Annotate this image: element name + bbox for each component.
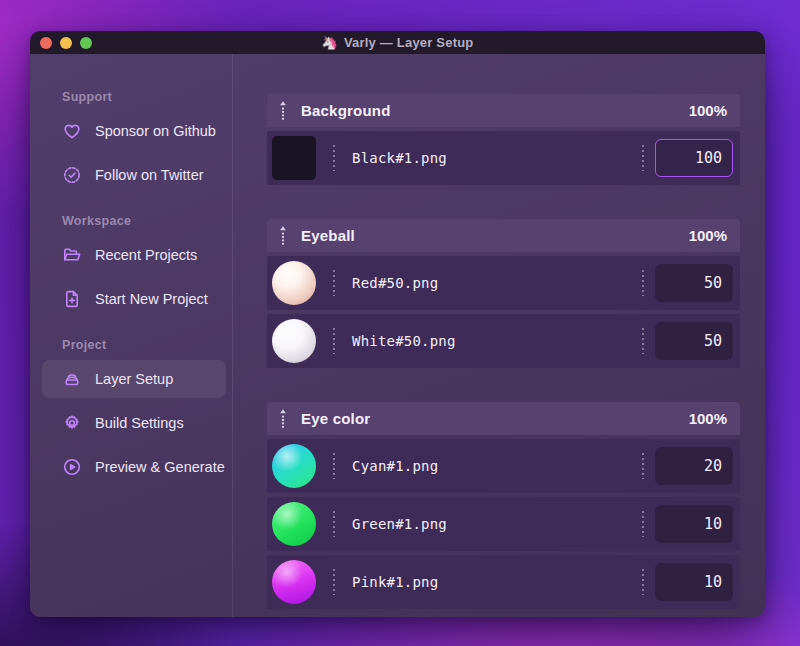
layer-row[interactable]: Black#1.png: [267, 131, 740, 185]
cyan-sphere-thumbnail: [272, 444, 316, 488]
divider-dots: [642, 328, 644, 354]
folder-icon: [62, 245, 82, 265]
layer-setup-panel: Background 100% Black#1.png Eyeball 100%…: [233, 54, 765, 617]
divider-dots: [642, 270, 644, 296]
zoom-button[interactable]: [80, 37, 92, 49]
divider-dots: [333, 328, 335, 354]
layer-weight-input[interactable]: [655, 139, 733, 177]
white-sphere-thumbnail: [272, 319, 316, 363]
divider-dots: [642, 145, 644, 171]
layer-group-title: Eye color: [301, 410, 370, 427]
sidebar-item-label: Start New Project: [95, 291, 208, 307]
sidebar-item-sponsor-on-github[interactable]: Sponsor on Github: [42, 112, 226, 150]
divider-dots: [333, 453, 335, 479]
layer-group-eye-color: Eye color 100% Cyan#1.png Green#1.png Pi…: [267, 402, 740, 609]
divider-dots: [333, 145, 335, 171]
verified-icon: [62, 165, 82, 185]
layer-group-header[interactable]: Eye color 100%: [267, 402, 740, 435]
layer-group-opacity: 100%: [689, 227, 727, 244]
layer-filename: Cyan#1.png: [352, 458, 438, 474]
layer-row[interactable]: Green#1.png: [267, 497, 740, 551]
layer-weight-input[interactable]: [655, 563, 733, 601]
layer-group-background: Background 100% Black#1.png: [267, 94, 740, 185]
unicorn-app-icon: 🦄: [322, 36, 338, 49]
layer-row[interactable]: White#50.png: [267, 314, 740, 368]
sidebar-section-label: Project: [62, 338, 232, 352]
sidebar-item-build-settings[interactable]: Build Settings: [42, 404, 226, 442]
minimize-button[interactable]: [60, 37, 72, 49]
divider-dots: [642, 569, 644, 595]
file-plus-icon: [62, 289, 82, 309]
divider-dots: [642, 453, 644, 479]
layer-group-header[interactable]: Eyeball 100%: [267, 219, 740, 252]
layer-group-header[interactable]: Background 100%: [267, 94, 740, 127]
layer-filename: Red#50.png: [352, 275, 438, 291]
divider-dots: [333, 569, 335, 595]
sidebar-item-start-new-project[interactable]: Start New Project: [42, 280, 226, 318]
sidebar-section-label: Support: [62, 90, 232, 104]
title-bar[interactable]: 🦄 Varly — Layer Setup: [30, 31, 765, 54]
sidebar-item-follow-on-twitter[interactable]: Follow on Twitter: [42, 156, 226, 194]
sidebar-item-label: Follow on Twitter: [95, 167, 204, 183]
close-button[interactable]: [40, 37, 52, 49]
sidebar-section-label: Workspace: [62, 214, 232, 228]
drag-handle-icon[interactable]: [278, 100, 288, 122]
layer-group-title: Eyeball: [301, 227, 355, 244]
layer-filename: White#50.png: [352, 333, 456, 349]
sidebar: Support Sponsor on Github Follow on Twit…: [30, 54, 233, 617]
layer-group-opacity: 100%: [689, 102, 727, 119]
window-body: Support Sponsor on Github Follow on Twit…: [30, 54, 765, 617]
divider-dots: [642, 511, 644, 537]
window-controls: [40, 31, 92, 54]
layer-weight-input[interactable]: [655, 322, 733, 360]
window-title: 🦄 Varly — Layer Setup: [322, 35, 474, 50]
sidebar-section: Workspace Recent Projects Start New Proj…: [62, 214, 232, 318]
layer-group-opacity: 100%: [689, 410, 727, 427]
layer-row[interactable]: Cyan#1.png: [267, 439, 740, 493]
layer-row[interactable]: Red#50.png: [267, 256, 740, 310]
heart-icon: [62, 121, 82, 141]
layer-weight-input[interactable]: [655, 264, 733, 302]
black-square-thumbnail: [272, 136, 316, 180]
layer-filename: Black#1.png: [352, 150, 447, 166]
divider-dots: [333, 511, 335, 537]
sidebar-item-label: Preview & Generate: [95, 459, 225, 475]
layer-rows: Cyan#1.png Green#1.png Pink#1.png: [267, 439, 740, 609]
red-sphere-thumbnail: [272, 261, 316, 305]
drag-handle-icon[interactable]: [278, 225, 288, 247]
sidebar-section: Support Sponsor on Github Follow on Twit…: [62, 90, 232, 194]
sidebar-item-label: Build Settings: [95, 415, 184, 431]
gear-icon: [62, 413, 82, 433]
layer-rows: Red#50.png White#50.png: [267, 256, 740, 368]
sidebar-item-preview-generate[interactable]: Preview & Generate: [42, 448, 226, 486]
layer-row[interactable]: Pink#1.png: [267, 555, 740, 609]
play-circle-icon: [62, 457, 82, 477]
layer-filename: Green#1.png: [352, 516, 447, 532]
divider-dots: [333, 270, 335, 296]
layer-group-title: Background: [301, 102, 391, 119]
layers-icon: [62, 369, 82, 389]
sidebar-item-label: Sponsor on Github: [95, 123, 216, 139]
pink-sphere-thumbnail: [272, 560, 316, 604]
layer-group-eyeball: Eyeball 100% Red#50.png White#50.png: [267, 219, 740, 368]
layer-rows: Black#1.png: [267, 131, 740, 185]
window-title-text: Varly — Layer Setup: [344, 35, 474, 50]
green-sphere-thumbnail: [272, 502, 316, 546]
sidebar-section: Project Layer Setup Build Settings Previ…: [62, 338, 232, 486]
sidebar-item-label: Recent Projects: [95, 247, 197, 263]
layer-filename: Pink#1.png: [352, 574, 438, 590]
drag-handle-icon[interactable]: [278, 408, 288, 430]
layer-weight-input[interactable]: [655, 505, 733, 543]
sidebar-item-recent-projects[interactable]: Recent Projects: [42, 236, 226, 274]
sidebar-item-label: Layer Setup: [95, 371, 173, 387]
layer-weight-input[interactable]: [655, 447, 733, 485]
sidebar-item-layer-setup[interactable]: Layer Setup: [42, 360, 226, 398]
app-window: 🦄 Varly — Layer Setup Support Sponsor on…: [30, 31, 765, 617]
